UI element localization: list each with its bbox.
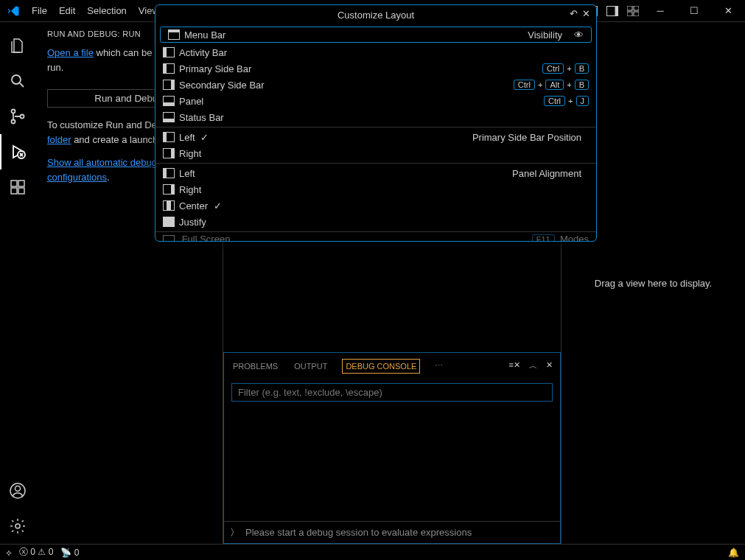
tab-problems[interactable]: PROBLEMS [231, 359, 279, 374]
svg-rect-8 [627, 12, 632, 16]
popup-row-align-center[interactable]: Center ✓ [155, 197, 596, 214]
popup-row-align-left[interactable]: Left Panel Alignment [155, 165, 596, 181]
position-section-label: Primary Side Bar Position [472, 132, 589, 143]
svg-point-11 [12, 110, 15, 113]
period: . [107, 172, 110, 183]
repl-placeholder: Please start a debug session to evaluate… [245, 527, 472, 538]
remote-indicator[interactable]: ⟡ [6, 547, 12, 558]
check-icon: ✓ [211, 200, 222, 211]
popup-row-primary-sidebar[interactable]: Primary Side Bar Ctrl+B [155, 60, 596, 77]
popup-close-icon[interactable]: ✕ [582, 8, 590, 19]
svg-point-21 [15, 524, 20, 528]
popup-label: Left [179, 168, 512, 179]
status-notifications-icon[interactable]: 🔔 [728, 547, 739, 558]
popup-title: Customize Layout ↶ ✕ [155, 5, 596, 25]
bottom-panel: PROBLEMS OUTPUT DEBUG CONSOLE ⋯ ≡✕ ︿ ✕ 〉… [223, 352, 561, 544]
activity-extensions[interactable] [0, 169, 35, 205]
drop-hint: Drag a view here to display. [595, 278, 712, 289]
popup-row-secondary-sidebar[interactable]: Secondary Side Bar Ctrl+Alt+B [155, 77, 596, 93]
popup-row-align-right[interactable]: Right [155, 181, 596, 197]
right-icon [163, 148, 175, 158]
popup-label: Menu Bar [184, 29, 528, 41]
window-maximize-button[interactable]: ☐ [677, 0, 711, 22]
svg-rect-6 [627, 6, 632, 10]
tab-debug-console[interactable]: DEBUG CONSOLE [342, 359, 420, 374]
eye-icon: 👁 [574, 29, 584, 41]
popup-label: Panel [179, 96, 544, 107]
panel-overflow-icon[interactable]: ⋯ [433, 358, 444, 374]
window-minimize-button[interactable]: ─ [643, 0, 677, 22]
popup-row-panel[interactable]: Panel Ctrl+J [155, 93, 596, 109]
menu-file[interactable]: File [26, 5, 53, 16]
popup-row-menubar[interactable]: Menu Bar Visibility 👁 [160, 27, 592, 43]
svg-rect-9 [634, 12, 639, 16]
svg-point-20 [15, 486, 21, 491]
popup-reset-icon[interactable]: ↶ [570, 8, 578, 19]
debug-console-repl[interactable]: 〉 Please start a debug session to evalua… [224, 521, 560, 543]
popup-row-align-justify[interactable]: Justify [155, 214, 596, 230]
activity-run-debug[interactable] [0, 134, 35, 169]
visibility-section-label: Visibility [528, 29, 570, 41]
clear-console-icon[interactable]: ≡✕ [509, 360, 520, 371]
primary-sidebar-icon [163, 63, 175, 74]
popup-row-position-left[interactable]: Left ✓ Primary Side Bar Position [155, 129, 596, 145]
status-ports[interactable]: 📡 0 [60, 547, 79, 558]
popup-row-statusbar[interactable]: Status Bar [155, 109, 596, 125]
panel-icon [163, 96, 175, 106]
debug-console-filter-input[interactable] [231, 383, 553, 402]
svg-rect-5 [615, 6, 618, 15]
status-problems[interactable]: ⓧ 0 ⚠ 0 [19, 546, 53, 559]
menu-edit[interactable]: Edit [53, 5, 81, 16]
align-left-icon [163, 168, 175, 178]
secondary-sidebar-icon [163, 80, 175, 90]
left-icon [163, 132, 175, 142]
svg-point-12 [12, 120, 15, 124]
activity-search[interactable] [0, 63, 35, 99]
popup-label: Primary Side Bar [179, 63, 542, 74]
menubar-icon [168, 29, 180, 40]
popup-label: Status Bar [179, 112, 589, 123]
open-file-link[interactable]: Open a file [47, 47, 94, 58]
popup-row-activitybar[interactable]: Activity Bar [155, 44, 596, 60]
align-section-label: Panel Alignment [512, 168, 589, 179]
toggle-panel-right-icon[interactable] [602, 0, 623, 22]
customize-layout-icon[interactable] [623, 0, 643, 22]
check-icon: ✓ [198, 132, 209, 143]
activity-source-control[interactable] [0, 99, 35, 134]
svg-rect-7 [634, 6, 639, 10]
svg-rect-18 [18, 188, 24, 194]
menu-selection[interactable]: Selection [81, 5, 132, 16]
popup-label: Right [179, 148, 589, 159]
popup-cutoff-row: Full Screen F11 Modes [155, 234, 596, 241]
window-close-button[interactable]: ✕ [711, 0, 745, 22]
popup-label: Activity Bar [179, 47, 589, 58]
menu-bar: File Edit Selection View [26, 5, 165, 16]
statusbar-icon [163, 112, 175, 122]
popup-label: Right [179, 184, 589, 195]
activity-bar [0, 22, 35, 544]
popup-row-position-right[interactable]: Right [155, 145, 596, 161]
panel-tabs: PROBLEMS OUTPUT DEBUG CONSOLE ⋯ ≡✕ ︿ ✕ [224, 353, 560, 379]
status-bar: ⟡ ⓧ 0 ⚠ 0 📡 0 🔔 [0, 544, 745, 560]
activity-settings[interactable] [0, 508, 35, 544]
show-all-link[interactable]: Show all automatic debug configurations [47, 157, 157, 183]
align-right-icon [163, 184, 175, 195]
vscode-logo [0, 4, 26, 18]
align-justify-icon [163, 217, 175, 227]
popup-label: Justify [179, 217, 589, 228]
panel-close-icon[interactable]: ✕ [546, 360, 553, 371]
activity-accounts[interactable] [0, 473, 35, 508]
debug-console-body [224, 379, 560, 521]
svg-point-13 [21, 115, 24, 119]
repl-chevron-icon: 〉 [230, 526, 239, 539]
svg-rect-17 [11, 188, 17, 194]
svg-point-10 [12, 75, 21, 84]
svg-rect-16 [18, 181, 24, 186]
customize-layout-popup: Customize Layout ↶ ✕ Menu Bar Visibility… [155, 4, 597, 242]
popup-label: Center ✓ [179, 200, 589, 211]
panel-maximize-icon[interactable]: ︿ [529, 360, 537, 371]
svg-rect-15 [11, 181, 17, 186]
tab-output[interactable]: OUTPUT [293, 359, 329, 374]
align-center-icon [163, 200, 175, 211]
activity-explorer[interactable] [0, 28, 35, 63]
